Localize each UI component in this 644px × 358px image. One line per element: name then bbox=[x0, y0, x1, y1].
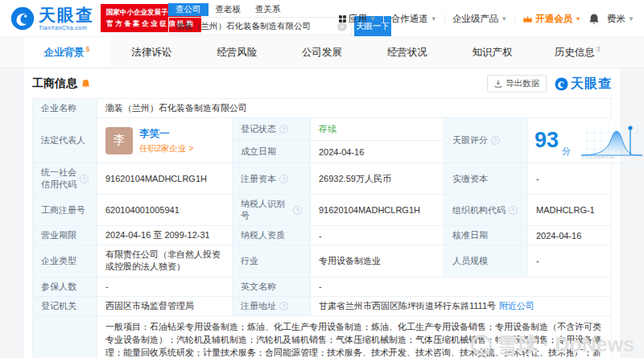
credit-code-label: 统一社会信用代码 bbox=[33, 163, 97, 195]
reg-capital-value: 26932.59万人民币 bbox=[311, 163, 444, 195]
help-icon[interactable] bbox=[279, 125, 288, 134]
company-tabbar: 企业背景5 法律诉讼 经营风险 公司发展 经营状况 知识产权 历史信息3 bbox=[0, 37, 644, 68]
search-tab-company[interactable]: 查公司 bbox=[168, 3, 208, 16]
help-icon[interactable] bbox=[509, 206, 518, 215]
taxpayer-quality-label: 纳税人资质 bbox=[233, 226, 311, 245]
company-name-label: 企业名称 bbox=[33, 99, 97, 118]
approval-date-label: 核准日期 bbox=[444, 226, 528, 245]
credit-code-value: 91620104MADHCLRG1H bbox=[97, 163, 233, 195]
business-term-label: 营业期限 bbox=[33, 226, 97, 245]
org-code-value: MADHCLRG-1 bbox=[528, 195, 612, 226]
score-label: 天眼评分 bbox=[444, 118, 528, 163]
logo-subtitle: TianYanCha.com bbox=[39, 25, 94, 31]
industry-value: 专用设备制造业 bbox=[311, 245, 444, 278]
help-icon[interactable] bbox=[293, 206, 302, 215]
taxpayer-quality-value: - bbox=[311, 226, 444, 245]
taxpayer-id-label: 纳税人识别号 bbox=[233, 195, 311, 226]
nav-vip[interactable]: 开通会员▼ bbox=[522, 13, 581, 25]
insured-label: 参保人数 bbox=[33, 278, 97, 297]
taxpayer-id-value: 91620104MADHCLRG1H bbox=[311, 195, 444, 226]
industry-label: 行业 bbox=[233, 245, 311, 278]
english-name-label: 英文名称 bbox=[233, 278, 311, 297]
tab-operating-status[interactable]: 经营状况 bbox=[365, 37, 450, 68]
company-type-label: 企业类型 bbox=[33, 245, 97, 278]
tab-company-development[interactable]: 公司发展 bbox=[279, 37, 365, 68]
legal-rep-positions-link[interactable]: 任职2家企业 > bbox=[139, 143, 193, 154]
business-info-card: 工商信息 导出数据 天眼查 bbox=[24, 68, 620, 358]
legal-rep-label: 法定代表人 bbox=[33, 118, 97, 163]
help-icon[interactable] bbox=[491, 136, 500, 145]
business-term-value: 2024-04-16 至 2099-12-31 bbox=[97, 226, 233, 245]
score-unit: 分 bbox=[562, 146, 571, 158]
legal-rep-avatar[interactable]: 李 bbox=[105, 127, 133, 154]
staff-size-value: - bbox=[528, 245, 612, 278]
tab-operation-risk[interactable]: 经营风险 bbox=[194, 37, 279, 68]
reg-status-value: 存续 bbox=[311, 118, 444, 141]
search-tab-relation[interactable]: 查关系 bbox=[248, 3, 288, 16]
approval-date-value: 2024-04-16 bbox=[528, 226, 612, 245]
nav-enterprise-products[interactable]: 企业级产品▼ bbox=[452, 13, 507, 25]
score-cell[interactable]: 93 分 bbox=[528, 118, 644, 163]
crown-icon bbox=[522, 14, 533, 23]
est-date-label: 成立日期 bbox=[233, 141, 311, 163]
legal-rep-cell: 李 李笑一 任职2家企业 > bbox=[97, 118, 233, 163]
reg-address-value: 甘肃省兰州市西固区陈坪街道环行东路1111号 附近公司 bbox=[311, 297, 612, 316]
business-scope-label: 经营范围 bbox=[33, 316, 97, 358]
tab-legal-proceedings[interactable]: 法律诉讼 bbox=[109, 37, 195, 68]
tianyancha-logo-icon bbox=[10, 6, 35, 31]
section-title: 工商信息 bbox=[32, 76, 90, 91]
user-menu[interactable]: 费米▼ bbox=[607, 13, 634, 25]
search-input[interactable] bbox=[169, 22, 330, 31]
export-data-button[interactable]: 导出数据 bbox=[487, 75, 547, 93]
tab-history-info[interactable]: 历史信息3 bbox=[535, 37, 620, 68]
reg-address-label: 注册地址 bbox=[233, 297, 311, 316]
paid-capital-value: - bbox=[528, 163, 612, 195]
tianyancha-brand-icon bbox=[555, 77, 568, 91]
business-scope-value: 一般项目：石油钻采专用设备制造；炼油、化工生产专用设备制造；炼油、化工生产专用设… bbox=[97, 316, 612, 358]
reg-capital-label: 注册资本 bbox=[233, 163, 311, 195]
score-distribution-chart: 0 1 5 15 30 60 80 97 100 bbox=[579, 122, 644, 159]
help-icon[interactable] bbox=[279, 175, 288, 183]
english-name-value: - bbox=[311, 278, 612, 297]
company-type-value: 有限责任公司（非自然人投资或控股的法人独资） bbox=[97, 245, 233, 278]
insured-value: - bbox=[97, 278, 233, 297]
apps-grid-icon bbox=[339, 15, 346, 23]
bell-icon bbox=[588, 13, 600, 25]
reg-status-label: 登记状态 bbox=[233, 118, 311, 141]
help-icon[interactable] bbox=[279, 302, 288, 311]
help-icon[interactable] bbox=[80, 175, 89, 183]
paid-capital-label: 实缴资本 bbox=[444, 163, 528, 195]
download-icon bbox=[494, 80, 502, 88]
tab-intellectual-property[interactable]: 知识产权 bbox=[450, 37, 535, 68]
reg-authority-value: 西固区市场监督管理局 bbox=[97, 297, 233, 316]
reg-number-value: 620104001005941 bbox=[97, 195, 233, 226]
tianyancha-logo[interactable]: 天眼查 TianYanCha.com bbox=[10, 6, 94, 31]
logo-title: 天眼查 bbox=[39, 6, 94, 23]
business-info-table: 企业名称 渤装（兰州）石化装备制造有限公司 法定代表人 李 李笑一 任职2家企业… bbox=[32, 98, 612, 358]
tianyancha-brand-mark: 天眼查 bbox=[555, 76, 612, 93]
top-header: 天眼查 TianYanCha.com 国家中小企业发展子基金旗下 官方备案企业征… bbox=[0, 0, 644, 37]
reg-authority-label: 登记机关 bbox=[33, 297, 97, 316]
tab-company-background[interactable]: 企业背景5 bbox=[24, 37, 109, 68]
company-name-value: 渤装（兰州）石化装备制造有限公司 bbox=[97, 99, 612, 118]
header-nav: 应用▼ 合作通道▼ 企业级产品▼ 开通会员▼ 费米▼ bbox=[339, 0, 634, 37]
nav-apps[interactable]: 应用▼ bbox=[339, 13, 376, 25]
notification-bell[interactable] bbox=[588, 13, 600, 25]
nav-cooperation[interactable]: 合作通道▼ bbox=[391, 13, 437, 25]
reg-number-label: 工商注册号 bbox=[33, 195, 97, 226]
score-value: 93 bbox=[535, 130, 559, 151]
search-tab-boss[interactable]: 查老板 bbox=[208, 3, 249, 16]
staff-size-label: 人员规模 bbox=[444, 245, 528, 278]
score-axis-ticks: 0 1 5 15 30 60 80 97 100 bbox=[582, 156, 614, 159]
nearby-companies-link[interactable]: 附近公司 bbox=[499, 300, 535, 312]
org-code-label: 组织机构代码 bbox=[444, 195, 528, 226]
notice-bell-icon bbox=[81, 79, 90, 89]
est-date-value: 2024-04-16 bbox=[311, 141, 444, 163]
legal-rep-link[interactable]: 李笑一 bbox=[139, 127, 193, 141]
